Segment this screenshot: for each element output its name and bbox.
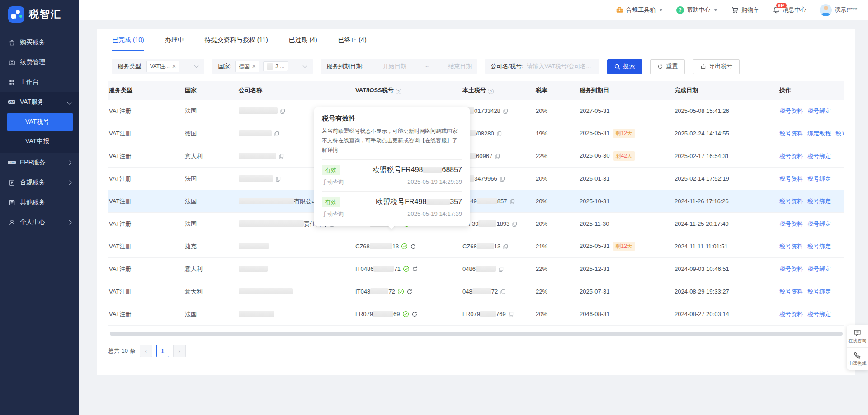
action-link-税号绑定[interactable]: 税号绑定: [807, 153, 831, 159]
main-content: 已完成 (10)办理中待提交资料与授权 (11)已过期 (4)已终止 (4) 服…: [79, 20, 868, 415]
action-link-税号绑定[interactable]: 税号绑定: [807, 311, 831, 317]
copy-icon[interactable]: [500, 289, 506, 295]
tab-已终止 (4)[interactable]: 已终止 (4): [338, 29, 367, 51]
blurred-text: [239, 288, 293, 294]
copy-icon[interactable]: [508, 312, 514, 317]
export-tax-id-button[interactable]: 导出税号: [693, 59, 740, 74]
copy-icon[interactable]: [275, 176, 281, 182]
country-filter[interactable]: 国家: 德国 ✕ 3 ...: [212, 59, 313, 74]
refresh-icon[interactable]: [410, 243, 416, 250]
user-icon: [8, 219, 15, 226]
horizontal-scrollbar[interactable]: [110, 332, 843, 336]
company-search-input[interactable]: 请输入VAT税号/公司名...: [527, 62, 591, 70]
sidebar-subitem-VAT申报[interactable]: VAT申报: [0, 132, 79, 151]
action-link-税号资料[interactable]: 税号资料: [779, 266, 803, 272]
copy-icon[interactable]: [278, 154, 284, 159]
sidebar-item-续费管理[interactable]: 续费管理: [0, 52, 79, 72]
next-page-button[interactable]: ›: [173, 345, 186, 357]
copy-icon[interactable]: [498, 266, 504, 272]
question-icon[interactable]: ?: [396, 89, 401, 94]
action-link-税号资料[interactable]: 税号资料: [779, 288, 803, 295]
workbench-icon: [8, 79, 15, 86]
sidebar-item-个人中心[interactable]: 个人中心: [0, 212, 79, 232]
copy-icon[interactable]: [274, 131, 280, 137]
question-icon[interactable]: ?: [488, 89, 494, 94]
sidebar-item-其他服务[interactable]: 其他服务: [0, 192, 79, 212]
action-link-税号资料[interactable]: 税号资料: [779, 198, 803, 205]
column-header-税率: 税率: [532, 86, 576, 94]
local-number-text: 048: [462, 288, 472, 295]
topbar-item-消息中心[interactable]: 99+消息中心: [773, 6, 806, 14]
action-link-税号资料[interactable]: 税号资料: [779, 220, 803, 227]
online-consult-button[interactable]: 在线咨询: [847, 325, 868, 347]
cell-actions: 税号资料税号绑定: [776, 288, 844, 296]
chevron-down-icon[interactable]: [194, 64, 199, 68]
country-tag-more[interactable]: 3 ...: [263, 61, 288, 71]
sidebar-item-合规服务[interactable]: 合规服务: [0, 173, 79, 192]
company-filter[interactable]: 公司名/税号: 请输入VAT税号/公司名...: [485, 59, 599, 74]
caret-down-icon: [659, 9, 663, 11]
page-number-button[interactable]: 1: [156, 345, 169, 357]
tab-待提交资料与授权 (11)[interactable]: 待提交资料与授权 (11): [205, 29, 268, 51]
service-type-tag[interactable]: VAT注... ✕: [146, 61, 180, 72]
phone-hotline-button[interactable]: 电话热线: [847, 347, 868, 370]
copy-icon[interactable]: [280, 108, 286, 114]
chevron-right-icon: [67, 180, 72, 185]
action-link-税号资料[interactable]: 税号资料: [779, 107, 803, 114]
action-link-税号绑定[interactable]: 税号绑定: [835, 130, 844, 137]
refresh-icon[interactable]: [411, 311, 418, 317]
compliance-icon: [8, 179, 15, 186]
refresh-icon[interactable]: [412, 266, 418, 272]
copy-icon[interactable]: [512, 221, 518, 227]
sidebar-subitem-VAT税号[interactable]: VAT税号: [7, 113, 73, 131]
sidebar-item-vat-services[interactable]: VATVAT服务: [0, 92, 79, 112]
date-start-input[interactable]: 开始日期: [382, 62, 406, 70]
copy-icon[interactable]: [500, 176, 505, 182]
tooltip-body: 若当前欧盟税号状态不显示，可能更新时网络问题或国家不支持在线查询，可手动点击更新…: [322, 126, 462, 160]
search-button[interactable]: 搜索: [607, 59, 642, 74]
cart-icon: [731, 6, 739, 14]
action-link-税号绑定[interactable]: 税号绑定: [807, 266, 831, 272]
cell-vat-number: IT04872: [352, 288, 459, 295]
refresh-icon[interactable]: [406, 289, 413, 295]
action-link-税号绑定[interactable]: 税号绑定: [807, 175, 831, 182]
topbar-item-购物车[interactable]: 购物车: [731, 6, 759, 14]
action-link-税号绑定[interactable]: 税号绑定: [807, 107, 831, 114]
copy-icon[interactable]: [503, 108, 509, 114]
copy-icon[interactable]: [495, 154, 500, 159]
sidebar-item-购买服务[interactable]: 购买服务: [0, 33, 79, 52]
tab-已完成 (10)[interactable]: 已完成 (10): [112, 29, 144, 51]
action-link-税号资料[interactable]: 税号资料: [779, 243, 803, 250]
action-link-税号资料[interactable]: 税号资料: [779, 311, 803, 317]
service-type-filter[interactable]: 服务类型: VAT注... ✕: [112, 59, 204, 74]
reset-button[interactable]: 重置: [650, 59, 685, 74]
action-link-税号绑定[interactable]: 税号绑定: [807, 220, 831, 227]
sidebar-item-工作台[interactable]: 工作台: [0, 72, 79, 92]
local-number-text: 72: [491, 288, 498, 295]
date-end-input[interactable]: 结束日期: [448, 62, 472, 70]
action-link-税号资料[interactable]: 税号资料: [779, 175, 803, 182]
topbar-item-帮助中心[interactable]: ?帮助中心: [676, 6, 717, 14]
prev-page-button[interactable]: ‹: [140, 345, 152, 357]
copy-icon[interactable]: [503, 244, 509, 250]
tab-已过期 (4)[interactable]: 已过期 (4): [289, 29, 317, 51]
tab-办理中[interactable]: 办理中: [165, 29, 184, 51]
tag-close-icon[interactable]: ✕: [172, 64, 176, 70]
chevron-right-icon: [67, 160, 72, 165]
topbar-item-合规工具箱[interactable]: 合规工具箱: [616, 6, 663, 14]
country-tag[interactable]: 德国 ✕: [235, 61, 259, 72]
tag-close-icon[interactable]: ✕: [252, 64, 256, 70]
action-link-税号资料[interactable]: 税号资料: [779, 153, 803, 159]
action-link-税号绑定[interactable]: 税号绑定: [807, 243, 831, 250]
topbar-item-演示!****[interactable]: 演示!****: [820, 4, 857, 16]
action-link-绑定教程[interactable]: 绑定教程: [807, 130, 831, 137]
cell-country: 法国: [181, 220, 235, 228]
copy-icon[interactable]: [496, 131, 502, 137]
action-link-税号绑定[interactable]: 税号绑定: [807, 198, 831, 205]
copy-icon[interactable]: [509, 199, 515, 205]
filter-bar: 服务类型: VAT注... ✕ 国家: 德国 ✕ 3 ...: [112, 59, 840, 74]
action-link-税号绑定[interactable]: 税号绑定: [807, 288, 831, 295]
sidebar-item-EPR服务[interactable]: EPREPR服务: [0, 153, 79, 173]
action-link-税号资料[interactable]: 税号资料: [779, 130, 803, 137]
chevron-down-icon[interactable]: [303, 64, 307, 68]
